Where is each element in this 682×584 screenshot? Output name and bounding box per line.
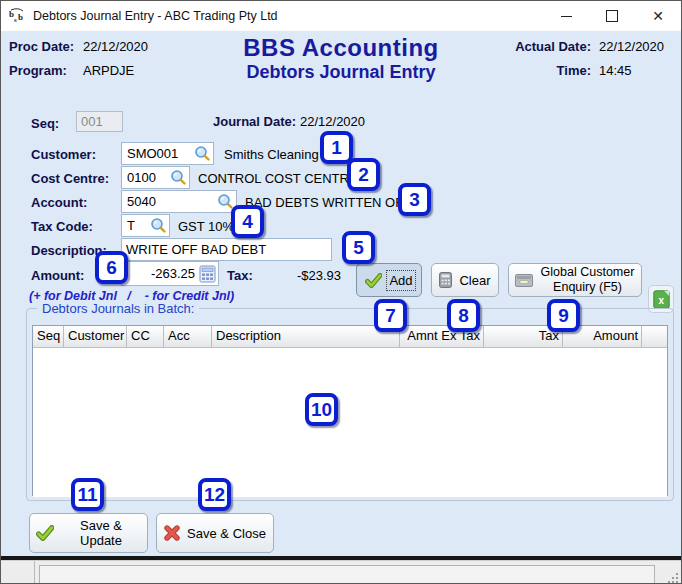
status-bar [1, 560, 681, 584]
batch-table: Seq Customer CC Acc Description Amnt Ex … [32, 325, 668, 496]
program-label: Program: [9, 63, 79, 78]
callout-8: 8 [447, 299, 480, 332]
customer-display-name: Smiths Cleaning [224, 147, 319, 162]
callout-9: 9 [547, 299, 580, 332]
callout-11: 11 [71, 478, 104, 511]
green-check-icon [36, 525, 54, 541]
tax-label: Tax: [227, 268, 253, 283]
callout-10: 10 [305, 393, 338, 426]
clear-button[interactable]: Clear [431, 263, 499, 297]
cost-centre-lookup-magnifier-icon[interactable] [170, 169, 187, 186]
close-button[interactable]: ✕ [635, 1, 681, 31]
cost-centre-input[interactable] [122, 170, 170, 185]
window-title: Debtors Journal Entry - ABC Trading Pty … [33, 1, 278, 31]
column-header-description[interactable]: Description [212, 326, 400, 347]
statusbar-panel [39, 565, 655, 584]
time-value: 14:45 [599, 63, 671, 78]
cost-centre-field [121, 166, 190, 189]
account-label: Account: [31, 195, 87, 210]
amount-field [121, 261, 219, 286]
account-input[interactable] [122, 194, 217, 209]
callout-4: 4 [231, 205, 264, 238]
save-close-button[interactable]: Save & Close [156, 513, 274, 553]
svg-text:x: x [658, 294, 664, 305]
seq-input[interactable] [76, 111, 123, 132]
clear-calculator-icon [439, 272, 452, 288]
tax-code-label: Tax Code: [31, 219, 93, 234]
drawer-icon [515, 273, 533, 288]
save-close-label: Save & Close [187, 526, 266, 541]
description-input[interactable] [121, 238, 332, 261]
batch-table-body [33, 348, 667, 497]
tax-value: -$23.93 [271, 268, 341, 283]
program-value: ARPDJE [83, 63, 148, 78]
minimize-button[interactable] [543, 1, 589, 31]
callout-7: 7 [374, 299, 407, 332]
cost-centre-display-name: CONTROL COST CENTRE [198, 171, 358, 186]
resize-grip[interactable] [666, 571, 678, 583]
seq-label: Seq: [31, 116, 59, 131]
callout-6: 6 [95, 251, 128, 284]
callout-3: 3 [398, 183, 431, 216]
add-button[interactable]: Add [356, 263, 422, 297]
callout-5: 5 [342, 231, 375, 264]
global-customer-enquiry-button[interactable]: Global Customer Enquiry (F5) [508, 263, 642, 297]
callout-2: 2 [347, 158, 380, 191]
statusbar-divider [34, 561, 35, 584]
header-band: BBS Accounting Debtors Journal Entry Pro… [1, 31, 681, 91]
cost-centre-label: Cost Centre: [31, 171, 109, 186]
green-check-icon [365, 273, 382, 288]
callout-1: 1 [320, 131, 353, 164]
save-update-button[interactable]: Save & Update [29, 513, 148, 553]
account-display-name: BAD DEBTS WRITTEN OFF [245, 195, 411, 210]
clear-button-label: Clear [459, 273, 490, 288]
column-header-acc[interactable]: Acc [164, 326, 212, 347]
column-header-cc[interactable]: CC [127, 326, 164, 347]
proc-date-label: Proc Date: [9, 39, 79, 54]
column-header-customer[interactable]: Customer [64, 326, 127, 347]
time-label: Time: [515, 63, 591, 78]
customer-input[interactable] [122, 146, 194, 161]
excel-icon: x [653, 290, 670, 309]
app-window: b s b Debtors Journal Entry - ABC Tradin… [0, 0, 682, 584]
callout-12: 12 [198, 478, 231, 511]
batch-group-label: Debtors Journals in Batch: [37, 301, 199, 316]
customer-lookup-magnifier-icon[interactable] [194, 145, 211, 162]
customer-field [121, 142, 214, 165]
svg-text:s: s [14, 16, 17, 24]
customer-label: Customer: [31, 147, 96, 162]
tax-code-lookup-magnifier-icon[interactable] [150, 217, 167, 234]
calculator-icon[interactable] [199, 265, 216, 283]
journal-date-value: 22/12/2020 [300, 114, 365, 129]
account-field [121, 190, 237, 213]
save-update-label: Save & Update [61, 518, 141, 548]
tax-code-field [121, 214, 170, 237]
maximize-button[interactable] [589, 1, 635, 31]
global-enquiry-label: Global Customer Enquiry (F5) [540, 265, 635, 295]
bsb-logo-icon: b s b [9, 8, 26, 25]
svg-text:b: b [18, 12, 23, 22]
maximize-icon [606, 10, 618, 22]
tax-code-display-name: GST 10% [178, 219, 234, 234]
amount-label: Amount: [31, 268, 84, 283]
proc-date-value: 22/12/2020 [83, 39, 148, 54]
minimize-icon [561, 15, 572, 17]
close-icon: ✕ [652, 9, 664, 23]
actual-date-label: Actual Date: [515, 39, 591, 54]
titlebar: b s b Debtors Journal Entry - ABC Tradin… [1, 1, 681, 31]
add-button-label: Add [389, 273, 412, 288]
actual-date-value: 22/12/2020 [599, 39, 671, 54]
column-header-filler [642, 326, 667, 347]
red-cross-icon [164, 525, 180, 541]
tax-code-input[interactable] [122, 218, 150, 233]
amount-input[interactable] [122, 266, 199, 281]
column-header-seq[interactable]: Seq [33, 326, 64, 347]
journal-date-label: Journal Date: [213, 114, 296, 129]
